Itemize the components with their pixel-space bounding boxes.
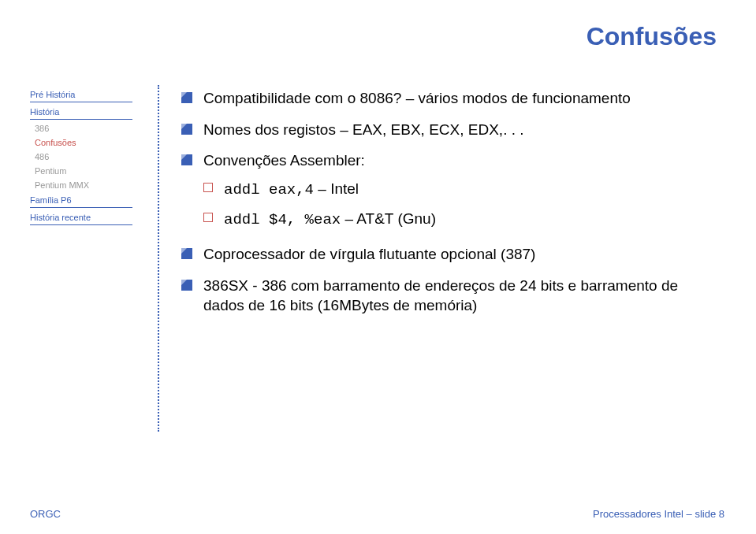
sidebar-section-historia[interactable]: História (30, 104, 132, 120)
sidebar-section-pre-historia[interactable]: Pré História (30, 87, 132, 102)
bullet-item: Nomes dos registos – EAX, EBX, ECX, EDX,… (181, 120, 717, 140)
bullet-text: Convenções Assembler: (203, 150, 717, 171)
sub-bullet-item: addl eax,4 – Intel (203, 179, 717, 201)
bullet-item: 386SX - 386 com barramento de endereços … (181, 276, 717, 316)
bullet-text: 386SX - 386 com barramento de endereços … (203, 276, 717, 316)
sub-bullet-icon (203, 213, 213, 222)
vertical-separator (158, 85, 159, 432)
slide-title: Confusões (587, 22, 717, 51)
bullet-text: Nomes dos registos – EAX, EBX, ECX, EDX,… (203, 120, 717, 140)
footer-right: Processadores Intel – slide 8 (593, 508, 724, 520)
bullet-item: Convenções Assembler: (181, 150, 717, 171)
sidebar-section-historia-recente[interactable]: História recente (30, 210, 132, 225)
sub-bullet-text: addl eax,4 – Intel (224, 179, 717, 201)
sidebar-item-pentium[interactable]: Pentium (30, 164, 132, 178)
sidebar-item-486[interactable]: 486 (30, 150, 132, 164)
text-span: – Intel (314, 180, 359, 197)
text-span: – AT&T (Gnu) (341, 210, 436, 227)
footer-left: ORGC (30, 508, 61, 520)
bullet-item: Compatibilidade com o 8086? – vários mod… (181, 88, 717, 109)
code-span: addl eax,4 (224, 181, 314, 198)
sub-bullet-item: addl $4, %eax – AT&T (Gnu) (203, 209, 717, 231)
code-span: addl $4, %eax (224, 211, 341, 228)
bullet-icon (181, 154, 192, 165)
bullet-text: Compatibilidade com o 8086? – vários mod… (203, 88, 717, 109)
sidebar: Pré História História 386 Confusões 486 … (30, 87, 132, 227)
bullet-item: Coprocessador de vírgula flutuante opcio… (181, 244, 717, 265)
sidebar-item-pentium-mmx[interactable]: Pentium MMX (30, 178, 132, 192)
bullet-icon (181, 92, 192, 103)
bullet-icon (181, 124, 192, 135)
content-area: Compatibilidade com o 8086? – vários mod… (181, 88, 717, 327)
sidebar-section-familia-p6[interactable]: Família P6 (30, 192, 132, 208)
sidebar-item-386[interactable]: 386 (30, 121, 132, 135)
sub-bullet-text: addl $4, %eax – AT&T (Gnu) (224, 209, 717, 231)
bullet-icon (181, 248, 192, 259)
sub-bullet-icon (203, 183, 213, 192)
bullet-text: Coprocessador de vírgula flutuante opcio… (203, 244, 717, 265)
sidebar-item-confusoes[interactable]: Confusões (30, 135, 132, 150)
bullet-icon (181, 280, 192, 291)
